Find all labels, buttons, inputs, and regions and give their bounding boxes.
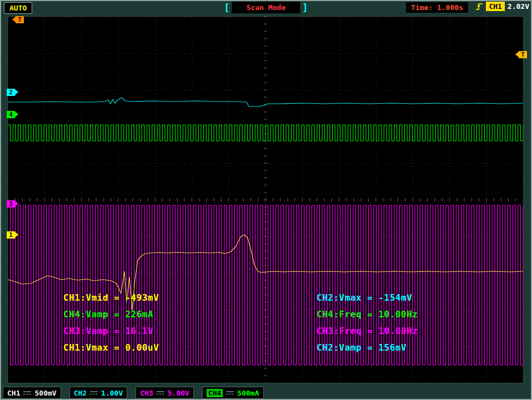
- ch2-ground-marker: 2: [7, 89, 15, 96]
- ch1-label: CH1: [7, 389, 20, 397]
- ch3-label: CH3: [140, 389, 153, 397]
- ch2-scale: 1.00V: [101, 389, 123, 397]
- dc-coupling-icon: [89, 390, 98, 396]
- ch4-ground-marker: 4: [7, 111, 15, 118]
- measurement-ch1-vmax: CH1:Vmax = 0.00uV: [63, 340, 159, 356]
- acquisition-mode-badge: AUTO: [4, 2, 32, 14]
- right-bracket: ]: [302, 2, 308, 13]
- timebase-readout: Time: 1.000s: [406, 2, 468, 13]
- trigger-level-value: 2.02V: [508, 2, 529, 11]
- oscilloscope-screen: T T 2 4 3 1 CH1:Vmid = -493mV CH4:Vamp =…: [8, 17, 523, 383]
- channel-status-ch1[interactable]: CH1 500mV: [3, 387, 61, 399]
- ch3-ground-marker: 3: [7, 200, 15, 207]
- dc-coupling-icon: [156, 390, 165, 396]
- channel-status-ch3[interactable]: CH3 5.00V: [135, 387, 194, 399]
- scan-mode-indicator: [ Scan Mode ]: [224, 2, 308, 13]
- channel-status-ch4[interactable]: CH4 500mA: [202, 387, 264, 399]
- trigger-level-marker: T: [519, 51, 527, 58]
- trigger-edge-icon: [475, 2, 483, 11]
- ch4-label: CH4: [207, 389, 223, 397]
- bottom-status-bar: CH1 500mV CH2 1.00V CH3 5.00V CH4 500mA: [0, 386, 532, 400]
- measurement-ch1-vmid: CH1:Vmid = -493mV: [63, 290, 159, 306]
- measurement-column-right: CH2:Vmax = -154mV CH4:Freq = 10.00Hz CH3…: [317, 290, 418, 356]
- trigger-source-badge: CH1: [486, 2, 504, 11]
- measurement-ch2-vamp: CH2:Vamp = 156mV: [317, 340, 418, 356]
- ch1-scale: 500mV: [34, 389, 56, 397]
- scan-mode-label: Scan Mode: [232, 2, 300, 13]
- measurement-ch4-freq: CH4:Freq = 10.00Hz: [317, 306, 418, 323]
- trigger-time-marker: T: [16, 16, 24, 23]
- ch4-scale: 500mA: [237, 389, 259, 397]
- ch3-scale: 5.00V: [168, 389, 189, 397]
- ch1-ground-marker: 1: [7, 231, 15, 239]
- ch2-label: CH2: [74, 389, 87, 397]
- left-bracket: [: [224, 2, 230, 13]
- dc-coupling-icon: [23, 390, 32, 396]
- measurement-ch3-vamp: CH3:Vamp = 16.1V: [63, 323, 159, 340]
- top-status-bar: AUTO [ Scan Mode ] Time: 1.000s CH1 2.02…: [0, 0, 532, 16]
- dc-coupling-icon: [225, 390, 234, 396]
- measurement-column-left: CH1:Vmid = -493mV CH4:Vamp = 226mA CH3:V…: [63, 290, 159, 356]
- measurement-ch2-vmax: CH2:Vmax = -154mV: [317, 290, 418, 306]
- measurement-ch4-vamp: CH4:Vamp = 226mA: [63, 306, 159, 323]
- channel-status-ch2[interactable]: CH2 1.00V: [69, 387, 128, 399]
- measurement-ch3-freq: CH3:Freq = 10.00Hz: [317, 323, 418, 340]
- oscilloscope-ui: { "header": { "acquisition_mode": "AUTO"…: [0, 0, 532, 400]
- trigger-status: CH1 2.02V: [475, 2, 529, 11]
